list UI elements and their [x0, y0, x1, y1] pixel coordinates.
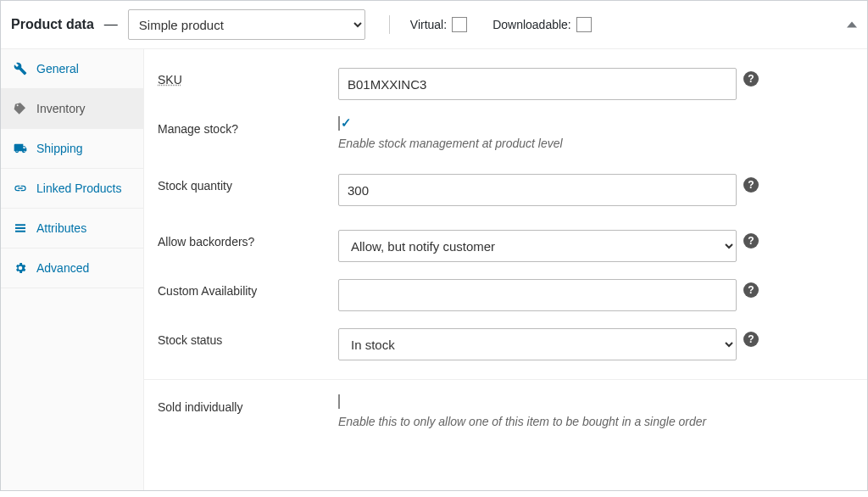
downloadable-label: Downloadable: [492, 18, 571, 31]
tab-label: Linked Products [36, 181, 121, 195]
stock-qty-label: Stock quantity [158, 174, 331, 193]
virtual-group: Virtual: [410, 17, 467, 32]
stock-status-select[interactable]: In stock [338, 328, 737, 360]
settings-tabs: General Inventory Shipping Linked Produc… [1, 49, 144, 490]
stock-status-label: Stock status [158, 328, 331, 347]
virtual-label: Virtual: [410, 18, 447, 31]
downloadable-group: Downloadable: [492, 17, 592, 32]
help-icon[interactable]: ? [743, 177, 759, 193]
virtual-checkbox[interactable] [452, 17, 467, 32]
sold-individually-label: Sold individually [158, 395, 331, 414]
custom-availability-label: Custom Availability [158, 279, 331, 298]
help-icon[interactable]: ? [743, 282, 759, 298]
manage-stock-label: Manage stock? [158, 117, 331, 136]
tag-icon [13, 101, 28, 116]
help-icon[interactable]: ? [743, 332, 759, 347]
manage-stock-row: Manage stock? Enable stock management at… [144, 109, 867, 159]
backorders-select[interactable]: Allow, but notify customer [338, 230, 737, 262]
tab-label: Attributes [36, 221, 86, 235]
stock-qty-input[interactable] [338, 174, 737, 206]
sku-input[interactable] [338, 68, 737, 100]
custom-availability-row: Custom Availability ? [144, 271, 867, 320]
custom-availability-input[interactable] [338, 279, 737, 311]
tab-attributes[interactable]: Attributes [1, 209, 143, 248]
backorders-label: Allow backorders? [158, 230, 331, 248]
gear-icon [13, 260, 28, 276]
truck-icon [13, 141, 28, 156]
tab-label: Advanced [36, 261, 89, 275]
title-dash: — [104, 17, 118, 32]
separator [389, 15, 390, 34]
sold-individually-row: Sold individually Enable this to only al… [144, 380, 867, 444]
collapse-toggle-icon[interactable] [847, 22, 857, 28]
manage-stock-hint: Enable stock management at product level [338, 137, 737, 150]
sold-individually-hint: Enable this to only allow one of this it… [338, 415, 813, 428]
inventory-content: SKU ? Manage stock? Enable stock managem… [144, 49, 867, 490]
tab-label: Shipping [36, 142, 83, 155]
sold-individually-checkbox[interactable] [338, 394, 340, 409]
tab-advanced[interactable]: Advanced [1, 248, 143, 288]
panel-title: Product data [11, 17, 94, 32]
sku-label: SKU [158, 68, 331, 87]
help-icon[interactable]: ? [743, 71, 759, 87]
panel-body: General Inventory Shipping Linked Produc… [1, 49, 867, 490]
tab-label: Inventory [36, 102, 86, 115]
wrench-icon [13, 61, 28, 76]
tab-shipping[interactable]: Shipping [1, 129, 143, 169]
tab-general[interactable]: General [1, 49, 143, 89]
sku-row: SKU ? [144, 59, 867, 109]
product-type-select[interactable]: Simple product [128, 9, 365, 40]
list-icon [13, 221, 28, 236]
stock-qty-row: Stock quantity ? [144, 159, 867, 221]
help-icon[interactable]: ? [743, 233, 759, 248]
downloadable-checkbox[interactable] [576, 17, 592, 32]
backorders-row: Allow backorders? Allow, but notify cust… [144, 221, 867, 271]
stock-status-row: Stock status In stock ? [144, 320, 867, 369]
panel-header: Product data — Simple product Virtual: D… [1, 1, 867, 49]
tab-label: General [36, 62, 79, 75]
manage-stock-checkbox[interactable] [338, 116, 340, 131]
product-data-panel: Product data — Simple product Virtual: D… [0, 0, 868, 491]
link-icon [13, 181, 28, 196]
tab-inventory[interactable]: Inventory [1, 89, 143, 129]
tab-linked-products[interactable]: Linked Products [1, 169, 143, 209]
